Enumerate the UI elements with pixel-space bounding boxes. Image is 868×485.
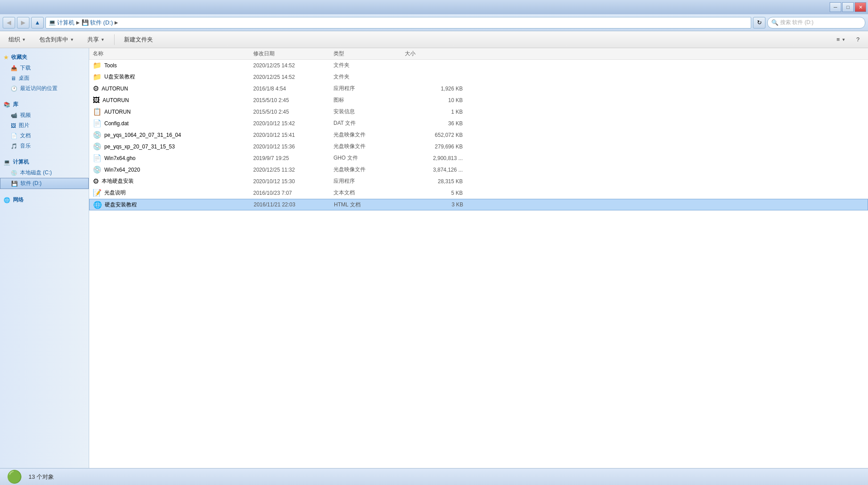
main-layout: ★ 收藏夹 📥 下载 🖥 桌面 🕐 最近访问的位置 📚 库	[0, 48, 868, 468]
file-list: 📁 Tools 2020/12/25 14:52 文件夹 📁 U盘安装教程 20…	[89, 60, 868, 468]
back-button[interactable]: ◀	[3, 17, 15, 29]
column-headers: 名称 修改日期 类型 大小	[89, 48, 868, 60]
table-row[interactable]: 📝 光盘说明 2016/10/23 7:07 文本文档 5 KB	[89, 187, 868, 199]
breadcrumb-computer[interactable]: 💻 计算机	[49, 19, 74, 27]
video-icon: 📹	[11, 112, 17, 119]
col-header-type[interactable]: 类型	[333, 50, 405, 58]
table-row[interactable]: 💿 Win7x64_2020 2020/12/25 11:32 光盘映像文件 3…	[89, 164, 868, 176]
sidebar-item-ddrive[interactable]: 💾 软件 (D:)	[0, 178, 89, 189]
file-date: 2020/12/25 14:52	[253, 62, 333, 69]
sidebar-item-documents[interactable]: 📄 文档	[0, 131, 89, 141]
forward-button[interactable]: ▶	[17, 17, 29, 29]
titlebar-buttons: ─ □ ✕	[830, 2, 866, 12]
sidebar-library-header[interactable]: 📚 库	[0, 99, 89, 110]
sidebar-computer-header[interactable]: 💻 计算机	[0, 156, 89, 168]
table-row[interactable]: 📁 U盘安装教程 2020/12/25 14:52 文件夹	[89, 71, 868, 83]
file-name-text: U盘安装教程	[104, 73, 135, 81]
new-folder-button[interactable]: 新建文件夹	[119, 33, 158, 46]
sidebar-item-video[interactable]: 📹 视频	[0, 110, 89, 120]
file-name-text: pe_yqs_1064_20_07_31_16_04	[104, 132, 181, 138]
file-type: 安装信息	[333, 108, 405, 115]
file-date: 2015/5/10 2:45	[253, 109, 333, 115]
sidebar-item-pictures[interactable]: 🖼 图片	[0, 120, 89, 131]
share-button[interactable]: 共享 ▼	[82, 33, 110, 46]
share-dropdown-icon: ▼	[101, 37, 105, 42]
sidebar-favorites-header[interactable]: ★ 收藏夹	[0, 52, 89, 63]
file-name-text: AUTORUN	[104, 109, 131, 115]
view-toggle-button[interactable]: ≡ ▼	[831, 33, 851, 46]
col-header-date[interactable]: 修改日期	[253, 50, 333, 58]
toolbar-sep-1	[114, 34, 115, 45]
table-row[interactable]: 💿 pe_yqs_1064_20_07_31_16_04 2020/10/12 …	[89, 129, 868, 141]
close-button[interactable]: ✕	[855, 2, 866, 12]
file-icon: 🌐	[93, 201, 102, 209]
sidebar: ★ 收藏夹 📥 下载 🖥 桌面 🕐 最近访问的位置 📚 库	[0, 48, 89, 468]
col-header-name[interactable]: 名称	[93, 50, 253, 58]
file-date: 2016/1/8 4:54	[253, 86, 333, 92]
file-type: 图标	[333, 96, 405, 104]
breadcrumb-sep-1: ▶	[76, 20, 80, 25]
favorites-icon: ★	[4, 54, 8, 61]
breadcrumb-drive[interactable]: 💾 软件 (D:)	[82, 19, 113, 27]
file-icon: ⚙	[93, 177, 99, 185]
sidebar-item-downloads[interactable]: 📥 下载	[0, 63, 89, 73]
ddrive-icon: 💾	[11, 181, 18, 187]
sidebar-computer-section: 💻 计算机 💿 本地磁盘 (C:) 💾 软件 (D:)	[0, 156, 89, 189]
sidebar-item-music[interactable]: 🎵 音乐	[0, 141, 89, 151]
file-size: 1,926 KB	[405, 86, 463, 92]
organize-button[interactable]: 组织 ▼	[4, 33, 31, 46]
file-date: 2020/12/25 11:32	[253, 167, 333, 173]
search-bar[interactable]: 🔍 搜索 软件 (D:)	[767, 17, 865, 29]
table-row[interactable]: 📄 Config.dat 2020/10/12 15:42 DAT 文件 36 …	[89, 118, 868, 129]
table-row[interactable]: 🖼 AUTORUN 2015/5/10 2:45 图标 10 KB	[89, 95, 868, 106]
file-icon: 📁	[93, 61, 102, 70]
file-type: GHO 文件	[333, 154, 405, 162]
table-row[interactable]: ⚙ AUTORUN 2016/1/8 4:54 应用程序 1,926 KB	[89, 83, 868, 95]
col-header-size[interactable]: 大小	[405, 50, 463, 58]
table-row[interactable]: 💿 pe_yqs_xp_20_07_31_15_53 2020/10/12 15…	[89, 141, 868, 152]
file-date: 2015/5/10 2:45	[253, 97, 333, 103]
file-type: DAT 文件	[333, 119, 405, 127]
file-date: 2019/9/7 19:25	[253, 155, 333, 161]
table-row[interactable]: ⚙ 本地硬盘安装 2020/10/12 15:30 应用程序 28,315 KB	[89, 176, 868, 187]
recent-icon: 🕐	[11, 86, 17, 92]
sidebar-item-recent[interactable]: 🕐 最近访问的位置	[0, 83, 89, 94]
view-buttons: ≡ ▼ ?	[831, 33, 864, 46]
maximize-button[interactable]: □	[842, 2, 854, 12]
table-row[interactable]: 📋 AUTORUN 2015/5/10 2:45 安装信息 1 KB	[89, 106, 868, 118]
file-type: 光盘映像文件	[333, 131, 405, 139]
network-icon: 🌐	[4, 197, 10, 203]
table-row[interactable]: 🌐 硬盘安装教程 2016/11/21 22:03 HTML 文档 3 KB	[89, 199, 868, 210]
table-row[interactable]: 📄 Win7x64.gho 2019/9/7 19:25 GHO 文件 2,90…	[89, 152, 868, 164]
file-icon: 📄	[93, 119, 102, 127]
refresh-button[interactable]: ↻	[753, 17, 765, 29]
addressbar: ◀ ▶ ▲ 💻 计算机 ▶ 💾 软件 (D:) ▶ ↻ 🔍 搜索 软件 (D:)	[0, 14, 868, 31]
sidebar-favorites-section: ★ 收藏夹 📥 下载 🖥 桌面 🕐 最近访问的位置	[0, 52, 89, 94]
file-size: 3 KB	[405, 201, 463, 208]
sidebar-item-desktop[interactable]: 🖥 桌面	[0, 73, 89, 83]
minimize-button[interactable]: ─	[830, 2, 841, 12]
sidebar-network-header[interactable]: 🌐 网络	[0, 194, 89, 206]
music-icon: 🎵	[11, 143, 17, 149]
cdrive-icon: 💿	[11, 170, 17, 176]
file-date: 2016/10/23 7:07	[253, 190, 333, 196]
include-button[interactable]: 包含到库中 ▼	[34, 33, 79, 46]
sidebar-item-cdrive[interactable]: 💿 本地磁盘 (C:)	[0, 168, 89, 178]
file-size: 652,072 KB	[405, 132, 463, 138]
help-button[interactable]: ?	[852, 33, 864, 46]
breadcrumb[interactable]: 💻 计算机 ▶ 💾 软件 (D:) ▶	[45, 17, 751, 29]
include-dropdown-icon: ▼	[70, 37, 74, 42]
toolbar: 组织 ▼ 包含到库中 ▼ 共享 ▼ 新建文件夹 ≡ ▼ ?	[0, 31, 868, 48]
up-button[interactable]: ▲	[31, 17, 44, 29]
documents-icon: 📄	[11, 133, 17, 139]
file-type: 光盘映像文件	[333, 143, 405, 150]
library-icon: 📚	[4, 102, 10, 108]
file-type: 应用程序	[333, 85, 405, 92]
file-name-text: 本地硬盘安装	[102, 177, 134, 185]
file-size: 1 KB	[405, 109, 463, 115]
file-icon: 💿	[93, 142, 102, 151]
file-icon: 🖼	[93, 96, 100, 104]
file-icon: ⚙	[93, 84, 99, 93]
file-name-text: Win7x64_2020	[104, 167, 140, 173]
table-row[interactable]: 📁 Tools 2020/12/25 14:52 文件夹	[89, 60, 868, 71]
